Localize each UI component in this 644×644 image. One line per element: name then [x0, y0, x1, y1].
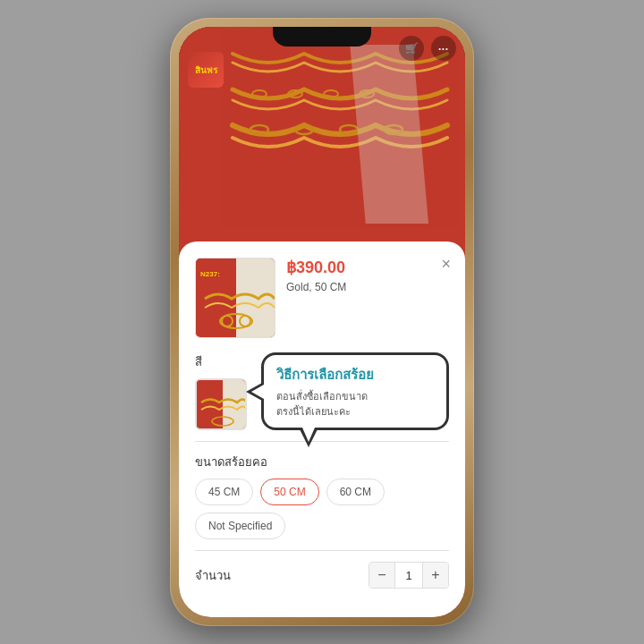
size-option-50cm[interactable]: 50 CM	[260, 479, 318, 505]
size-section: ขนาดสร้อยคอ 45 CM 50 CM 60 CM Not Specif…	[195, 453, 449, 539]
product-price: ฿390.00	[286, 258, 449, 277]
size-label: ขนาดสร้อยคอ	[195, 453, 449, 471]
product-thumbnail: N237:	[195, 258, 275, 338]
logo-text: สินพร	[195, 65, 217, 75]
speech-bubble: วิธีการเลือกสร้อย ตอนสั่งซื้อเลือกขนาด ต…	[261, 352, 449, 430]
product-image-inner: N237:	[196, 258, 275, 337]
top-bar: 🛒 •••	[399, 36, 456, 61]
quantity-label: จำนวน	[195, 566, 231, 585]
size-option-not-specified[interactable]: Not Specified	[195, 513, 285, 539]
phone-screen: สินพร 🛒 •••	[179, 27, 465, 617]
color-label: สี	[195, 352, 247, 371]
color-thumbnail[interactable]	[195, 378, 247, 430]
notch	[273, 27, 371, 47]
quantity-plus-button[interactable]: +	[423, 563, 448, 588]
chain-svg	[215, 45, 465, 224]
size-option-45cm[interactable]: 45 CM	[195, 479, 253, 505]
more-icon[interactable]: •••	[431, 36, 456, 61]
svg-rect-16	[223, 380, 247, 430]
quantity-controls: − 1 +	[369, 562, 449, 589]
bubble-title: วิธีการเลือกสร้อย	[276, 364, 434, 386]
thumbnail-svg: N237:	[196, 258, 275, 338]
product-info-row: N237: ฿390.00 Gold, 50 CM	[195, 258, 449, 338]
bubble-tail-inner	[302, 428, 315, 442]
product-modal: × N237:	[179, 242, 465, 617]
product-variant: Gold, 50 CM	[286, 281, 449, 293]
color-section: สี	[195, 352, 449, 430]
quantity-value: 1	[394, 563, 423, 588]
svg-text:N237:: N237:	[200, 270, 220, 278]
divider-2	[195, 550, 449, 551]
store-logo: สินพร	[188, 52, 224, 88]
divider-1	[195, 441, 449, 442]
product-details: ฿390.00 Gold, 50 CM	[286, 258, 449, 293]
close-button[interactable]: ×	[441, 256, 451, 272]
color-thumb-svg	[197, 380, 247, 430]
size-option-60cm[interactable]: 60 CM	[326, 479, 385, 505]
screen-background: สินพร 🛒 •••	[179, 27, 465, 617]
size-options: 45 CM 50 CM 60 CM Not Specified	[195, 479, 449, 539]
quantity-section: จำนวน − 1 +	[195, 562, 449, 589]
cart-icon[interactable]: 🛒	[399, 36, 424, 61]
bubble-line2: ตรงนี้ได้เลยนะคะ	[276, 404, 434, 419]
color-thumb-image	[197, 380, 245, 428]
phone-frame: สินพร 🛒 •••	[170, 18, 474, 626]
quantity-minus-button[interactable]: −	[369, 563, 394, 588]
bubble-line1: ตอนสั่งซื้อเลือกขนาด	[276, 389, 434, 404]
